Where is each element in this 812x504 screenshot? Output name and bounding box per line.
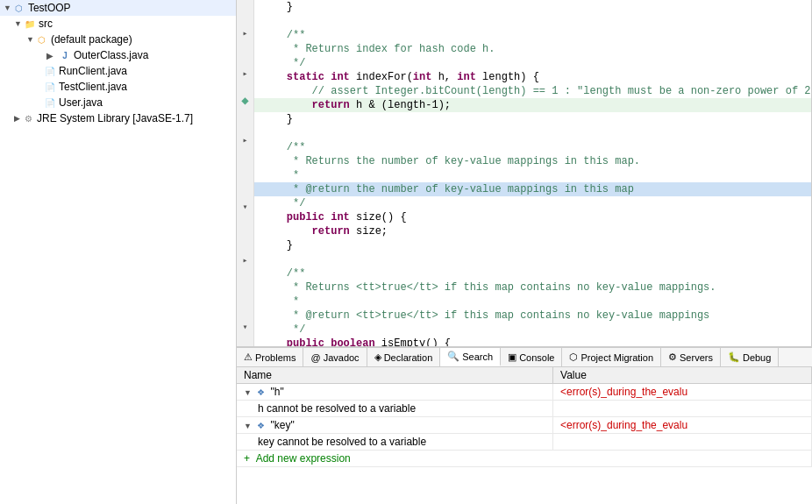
code-line-24: */ xyxy=(254,323,811,337)
code-line-14: * @return the number of key-value mappin… xyxy=(254,182,811,196)
tab-project-migration-label: Project Migration xyxy=(581,352,653,363)
tab-javadoc-label: Javadoc xyxy=(324,352,360,363)
testclient-label: TestClient.java xyxy=(59,81,127,93)
code-line-6: static int indexFor(int h, int length) { xyxy=(254,70,811,84)
src-label: src xyxy=(39,18,53,30)
debug-table: Name Value ▼ ❖ "h" xyxy=(237,367,812,467)
code-lines: ▸ ▸ ◆ ▸ ▾ xyxy=(237,0,811,346)
code-line-20: /** xyxy=(254,266,811,280)
tab-declaration[interactable]: ◈ Declaration xyxy=(367,348,441,366)
file-icon2: 📄 xyxy=(44,81,56,93)
tab-project-migration[interactable]: ⬡ Project Migration xyxy=(562,348,661,366)
main-container: ▼ ⬡ TestOOP ▼ 📁 src ▼ ⬡ (default package… xyxy=(0,0,812,504)
var-icon-h: ❖ xyxy=(257,387,265,397)
marker-15 xyxy=(237,187,253,200)
marker-18 xyxy=(237,227,253,240)
chevron-right-icon2: ▶ xyxy=(14,114,20,123)
tab-problems-label: Problems xyxy=(255,352,296,363)
marker-9 xyxy=(237,107,253,120)
table-row-add-expression[interactable]: + Add new expression xyxy=(237,451,812,467)
code-line-19 xyxy=(254,252,811,266)
h-name-cell: ▼ ❖ "h" xyxy=(237,384,553,401)
h-var-name: "h" xyxy=(271,386,284,398)
tab-search-label: Search xyxy=(462,351,493,362)
key-child-name-cell: key cannot be resolved to a variable xyxy=(237,434,553,451)
marker-23 xyxy=(237,293,253,306)
code-line-4: * Returns index for hash code h. xyxy=(254,42,811,56)
marker-7 xyxy=(237,80,253,93)
code-line-3: /** xyxy=(254,28,811,42)
code-line-9: } xyxy=(254,112,811,126)
key-name-cell: ▼ ❖ "key" xyxy=(237,417,553,434)
code-line-1: } xyxy=(254,0,811,14)
runclient-label: RunClient.java xyxy=(59,65,127,77)
col-name-header: Name xyxy=(237,367,553,384)
sidebar-item-testoop[interactable]: ▼ ⬡ TestOOP xyxy=(0,0,236,16)
file-icon: 📄 xyxy=(44,65,56,77)
sidebar-item-jre[interactable]: ▶ ⚙ JRE System Library [JavaSE-1.7] xyxy=(0,110,236,126)
table-row-h[interactable]: ▼ ❖ "h" <error(s)_during_the_evalu xyxy=(237,384,812,401)
key-child-value-cell xyxy=(553,434,812,451)
sidebar-item-testclient[interactable]: 📄 TestClient.java xyxy=(0,79,236,95)
sidebar: ▼ ⬡ TestOOP ▼ 📁 src ▼ ⬡ (default package… xyxy=(0,0,237,504)
sidebar-item-user[interactable]: 📄 User.java xyxy=(0,95,236,110)
tab-servers[interactable]: ⚙ Servers xyxy=(661,348,721,366)
add-expression-label: Add new expression xyxy=(256,452,351,465)
console-icon: ▣ xyxy=(508,351,516,363)
project-label: TestOOP xyxy=(28,2,71,14)
table-row-key[interactable]: ▼ ❖ "key" <error(s)_during_the_evalu xyxy=(237,417,812,434)
editor-section: ▸ ▸ ◆ ▸ ▾ xyxy=(237,0,812,504)
marker-19 xyxy=(237,240,253,253)
tab-debug[interactable]: 🐛 Debug xyxy=(721,348,779,366)
key-value-cell: <error(s)_during_the_evalu xyxy=(553,417,812,434)
marker-8: ◆ xyxy=(237,93,253,107)
key-child-label: key cannot be resolved to a variable xyxy=(258,436,426,448)
sidebar-item-runclient[interactable]: 📄 RunClient.java xyxy=(0,63,236,79)
var-icon-key: ❖ xyxy=(257,421,265,430)
tab-console-label: Console xyxy=(519,352,554,363)
bottom-panel: ⚠ Problems @ Javadoc ◈ Declaration 🔍 Sea… xyxy=(237,346,812,504)
code-content: ▸ ▸ ◆ ▸ ▾ xyxy=(237,0,811,346)
javadoc-icon: @ xyxy=(310,352,320,363)
code-line-21: * Returns <tt>true</tt> if this map cont… xyxy=(254,280,811,295)
add-expression-cell[interactable]: + Add new expression xyxy=(237,451,812,467)
code-line-8: return h & (length-1); xyxy=(254,98,811,112)
tab-problems[interactable]: ⚠ Problems xyxy=(237,348,303,366)
marker-20: ▸ xyxy=(237,253,253,266)
migration-icon: ⬡ xyxy=(569,351,578,363)
problems-icon: ⚠ xyxy=(244,351,253,363)
gutter-markers: ▸ ▸ ◆ ▸ ▾ xyxy=(237,0,254,346)
code-line-25: public boolean isEmpty() { xyxy=(254,337,811,346)
expand-icon-key[interactable]: ▼ xyxy=(244,422,252,430)
marker-21 xyxy=(237,266,253,280)
code-line-13: * xyxy=(254,168,811,182)
col-value-header: Value xyxy=(553,367,812,384)
sidebar-item-src[interactable]: ▼ 📁 src xyxy=(0,16,236,32)
h-child-value-cell xyxy=(553,401,812,417)
panel-content: Name Value ▼ ❖ "h" xyxy=(237,367,812,504)
expand-icon-h[interactable]: ▼ xyxy=(244,388,252,397)
marker-25: ▾ xyxy=(237,320,253,333)
java-file-icon: J xyxy=(59,49,71,61)
tab-servers-label: Servers xyxy=(680,352,713,363)
sidebar-item-outerclass[interactable]: ▶ J OuterClass.java xyxy=(0,47,236,63)
table-row-key-child: key cannot be resolved to a variable xyxy=(237,434,812,451)
code-editor: ▸ ▸ ◆ ▸ ▾ xyxy=(237,0,812,346)
package-icon: ⬡ xyxy=(36,33,48,46)
tab-search[interactable]: 🔍 Search xyxy=(440,348,501,366)
marker-5 xyxy=(237,53,253,67)
marker-22 xyxy=(237,280,253,293)
tab-bar: ⚠ Problems @ Javadoc ◈ Declaration 🔍 Sea… xyxy=(237,348,812,367)
sidebar-item-default-pkg[interactable]: ▼ ⬡ (default package) xyxy=(0,32,236,47)
default-pkg-label: (default package) xyxy=(51,33,132,46)
outerclass-label: OuterClass.java xyxy=(74,49,148,61)
chevron-right-icon: ▶ xyxy=(44,49,56,61)
tab-console[interactable]: ▣ Console xyxy=(501,348,562,366)
chevron-down-icon: ▼ xyxy=(26,35,34,44)
tab-javadoc[interactable]: @ Javadoc xyxy=(303,348,367,366)
folder-icon: 📁 xyxy=(24,18,36,30)
add-icon: + xyxy=(244,452,250,465)
marker-2 xyxy=(237,13,253,26)
code-text-area[interactable]: } /** * Returns index for hash code h. *… xyxy=(254,0,811,346)
code-line-5: */ xyxy=(254,56,811,70)
